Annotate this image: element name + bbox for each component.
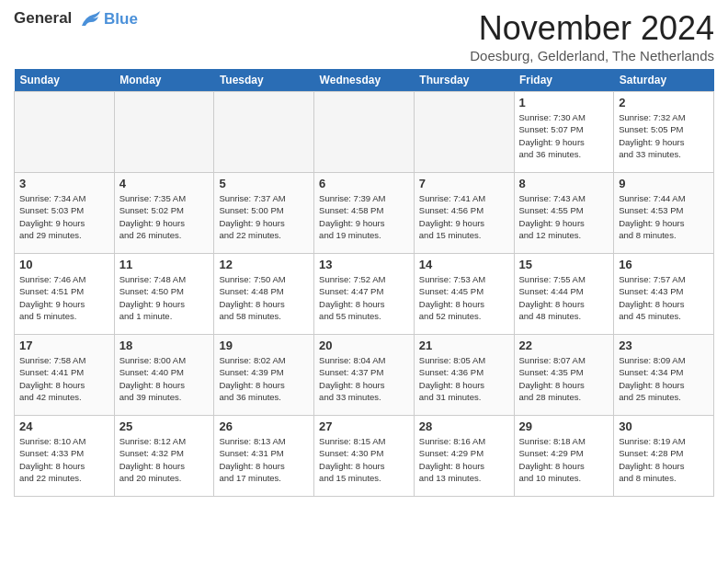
day-number: 2 bbox=[619, 96, 709, 109]
day-detail: Sunrise: 7:39 AM Sunset: 4:58 PM Dayligh… bbox=[319, 192, 409, 241]
calendar-cell: 27Sunrise: 8:15 AM Sunset: 4:30 PM Dayli… bbox=[314, 416, 415, 497]
day-detail: Sunrise: 7:52 AM Sunset: 4:47 PM Dayligh… bbox=[319, 273, 409, 322]
calendar-cell bbox=[414, 92, 514, 173]
day-detail: Sunrise: 7:41 AM Sunset: 4:56 PM Dayligh… bbox=[419, 192, 509, 241]
calendar-cell: 29Sunrise: 8:18 AM Sunset: 4:29 PM Dayli… bbox=[514, 416, 614, 497]
calendar-cell: 26Sunrise: 8:13 AM Sunset: 4:31 PM Dayli… bbox=[214, 416, 314, 497]
calendar-week-2: 3Sunrise: 7:34 AM Sunset: 5:03 PM Daylig… bbox=[15, 173, 714, 254]
day-number: 30 bbox=[619, 419, 709, 433]
day-detail: Sunrise: 7:37 AM Sunset: 5:00 PM Dayligh… bbox=[219, 192, 309, 241]
calendar-cell: 21Sunrise: 8:05 AM Sunset: 4:36 PM Dayli… bbox=[414, 335, 514, 416]
page: General Blue November 2024 Doesburg, Gel… bbox=[0, 0, 728, 506]
day-detail: Sunrise: 8:02 AM Sunset: 4:39 PM Dayligh… bbox=[219, 354, 309, 403]
calendar-cell: 4Sunrise: 7:35 AM Sunset: 5:02 PM Daylig… bbox=[114, 173, 214, 254]
calendar-cell bbox=[114, 92, 214, 173]
day-number: 26 bbox=[219, 419, 309, 433]
day-detail: Sunrise: 7:43 AM Sunset: 4:55 PM Dayligh… bbox=[519, 192, 609, 241]
calendar-cell: 30Sunrise: 8:19 AM Sunset: 4:28 PM Dayli… bbox=[614, 416, 714, 497]
title-block: November 2024 Doesburg, Gelderland, The … bbox=[470, 9, 714, 63]
day-detail: Sunrise: 7:44 AM Sunset: 4:53 PM Dayligh… bbox=[619, 192, 709, 241]
calendar-cell: 10Sunrise: 7:46 AM Sunset: 4:51 PM Dayli… bbox=[15, 254, 115, 335]
day-number: 6 bbox=[319, 177, 409, 190]
day-number: 29 bbox=[519, 419, 609, 433]
calendar-week-1: 1Sunrise: 7:30 AM Sunset: 5:07 PM Daylig… bbox=[15, 92, 714, 173]
day-detail: Sunrise: 7:46 AM Sunset: 4:51 PM Dayligh… bbox=[19, 273, 109, 322]
day-number: 28 bbox=[419, 419, 509, 433]
day-number: 7 bbox=[419, 177, 509, 190]
calendar-cell: 2Sunrise: 7:32 AM Sunset: 5:05 PM Daylig… bbox=[614, 92, 714, 173]
calendar-header-row: Sunday Monday Tuesday Wednesday Thursday… bbox=[15, 69, 714, 92]
calendar-cell: 7Sunrise: 7:41 AM Sunset: 4:56 PM Daylig… bbox=[414, 173, 514, 254]
day-detail: Sunrise: 7:34 AM Sunset: 5:03 PM Dayligh… bbox=[19, 192, 109, 241]
calendar-table: Sunday Monday Tuesday Wednesday Thursday… bbox=[14, 69, 714, 497]
calendar-cell: 28Sunrise: 8:16 AM Sunset: 4:29 PM Dayli… bbox=[414, 416, 514, 497]
calendar-cell: 25Sunrise: 8:12 AM Sunset: 4:32 PM Dayli… bbox=[114, 416, 214, 497]
header-saturday: Saturday bbox=[614, 69, 714, 92]
header: General Blue November 2024 Doesburg, Gel… bbox=[14, 9, 714, 63]
calendar-cell: 15Sunrise: 7:55 AM Sunset: 4:44 PM Dayli… bbox=[514, 254, 614, 335]
day-number: 14 bbox=[419, 258, 509, 271]
month-title: November 2024 bbox=[470, 9, 714, 48]
day-detail: Sunrise: 8:19 AM Sunset: 4:28 PM Dayligh… bbox=[619, 435, 709, 484]
day-detail: Sunrise: 8:15 AM Sunset: 4:30 PM Dayligh… bbox=[319, 435, 409, 484]
calendar-cell: 1Sunrise: 7:30 AM Sunset: 5:07 PM Daylig… bbox=[514, 92, 614, 173]
calendar-cell bbox=[15, 92, 115, 173]
day-number: 4 bbox=[119, 177, 210, 190]
day-number: 9 bbox=[619, 177, 709, 190]
calendar-cell: 23Sunrise: 8:09 AM Sunset: 4:34 PM Dayli… bbox=[614, 335, 714, 416]
day-number: 22 bbox=[519, 339, 609, 352]
header-monday: Monday bbox=[114, 69, 214, 92]
calendar-cell: 5Sunrise: 7:37 AM Sunset: 5:00 PM Daylig… bbox=[214, 173, 314, 254]
day-number: 5 bbox=[219, 177, 309, 190]
calendar-cell: 17Sunrise: 7:58 AM Sunset: 4:41 PM Dayli… bbox=[15, 335, 115, 416]
day-detail: Sunrise: 7:55 AM Sunset: 4:44 PM Dayligh… bbox=[519, 273, 609, 322]
day-number: 23 bbox=[619, 339, 709, 352]
day-number: 15 bbox=[519, 258, 609, 271]
day-detail: Sunrise: 7:48 AM Sunset: 4:50 PM Dayligh… bbox=[119, 273, 210, 322]
calendar-cell: 8Sunrise: 7:43 AM Sunset: 4:55 PM Daylig… bbox=[514, 173, 614, 254]
day-detail: Sunrise: 8:07 AM Sunset: 4:35 PM Dayligh… bbox=[519, 354, 609, 403]
day-detail: Sunrise: 8:00 AM Sunset: 4:40 PM Dayligh… bbox=[119, 354, 210, 403]
calendar-cell bbox=[314, 92, 415, 173]
day-detail: Sunrise: 8:13 AM Sunset: 4:31 PM Dayligh… bbox=[219, 435, 309, 484]
header-wednesday: Wednesday bbox=[314, 69, 415, 92]
day-number: 25 bbox=[119, 419, 210, 433]
day-number: 17 bbox=[19, 339, 109, 352]
day-number: 11 bbox=[119, 258, 210, 271]
calendar-cell: 6Sunrise: 7:39 AM Sunset: 4:58 PM Daylig… bbox=[314, 173, 415, 254]
day-number: 27 bbox=[319, 419, 409, 433]
day-detail: Sunrise: 7:58 AM Sunset: 4:41 PM Dayligh… bbox=[19, 354, 109, 403]
calendar-cell: 12Sunrise: 7:50 AM Sunset: 4:48 PM Dayli… bbox=[214, 254, 314, 335]
calendar-cell: 24Sunrise: 8:10 AM Sunset: 4:33 PM Dayli… bbox=[15, 416, 115, 497]
day-number: 1 bbox=[519, 96, 609, 109]
day-number: 10 bbox=[19, 258, 109, 271]
day-number: 24 bbox=[19, 419, 109, 433]
day-detail: Sunrise: 8:18 AM Sunset: 4:29 PM Dayligh… bbox=[519, 435, 609, 484]
day-number: 13 bbox=[319, 258, 409, 271]
day-detail: Sunrise: 8:09 AM Sunset: 4:34 PM Dayligh… bbox=[619, 354, 709, 403]
calendar-cell: 19Sunrise: 8:02 AM Sunset: 4:39 PM Dayli… bbox=[214, 335, 314, 416]
day-detail: Sunrise: 7:30 AM Sunset: 5:07 PM Dayligh… bbox=[519, 111, 609, 160]
logo-bird-icon bbox=[78, 9, 102, 29]
header-thursday: Thursday bbox=[414, 69, 514, 92]
header-tuesday: Tuesday bbox=[214, 69, 314, 92]
calendar-cell bbox=[214, 92, 314, 173]
day-number: 16 bbox=[619, 258, 709, 271]
header-sunday: Sunday bbox=[15, 69, 115, 92]
calendar-cell: 13Sunrise: 7:52 AM Sunset: 4:47 PM Dayli… bbox=[314, 254, 415, 335]
calendar-cell: 22Sunrise: 8:07 AM Sunset: 4:35 PM Dayli… bbox=[514, 335, 614, 416]
day-number: 18 bbox=[119, 339, 210, 352]
logo: General Blue bbox=[14, 9, 138, 29]
day-number: 3 bbox=[19, 177, 109, 190]
calendar-cell: 20Sunrise: 8:04 AM Sunset: 4:37 PM Dayli… bbox=[314, 335, 415, 416]
calendar-cell: 11Sunrise: 7:48 AM Sunset: 4:50 PM Dayli… bbox=[114, 254, 214, 335]
day-number: 20 bbox=[319, 339, 409, 352]
calendar-cell: 9Sunrise: 7:44 AM Sunset: 4:53 PM Daylig… bbox=[614, 173, 714, 254]
calendar-cell: 18Sunrise: 8:00 AM Sunset: 4:40 PM Dayli… bbox=[114, 335, 214, 416]
day-detail: Sunrise: 7:50 AM Sunset: 4:48 PM Dayligh… bbox=[219, 273, 309, 322]
day-detail: Sunrise: 8:05 AM Sunset: 4:36 PM Dayligh… bbox=[419, 354, 509, 403]
day-detail: Sunrise: 7:57 AM Sunset: 4:43 PM Dayligh… bbox=[619, 273, 709, 322]
header-friday: Friday bbox=[514, 69, 614, 92]
day-number: 8 bbox=[519, 177, 609, 190]
day-detail: Sunrise: 8:10 AM Sunset: 4:33 PM Dayligh… bbox=[19, 435, 109, 484]
